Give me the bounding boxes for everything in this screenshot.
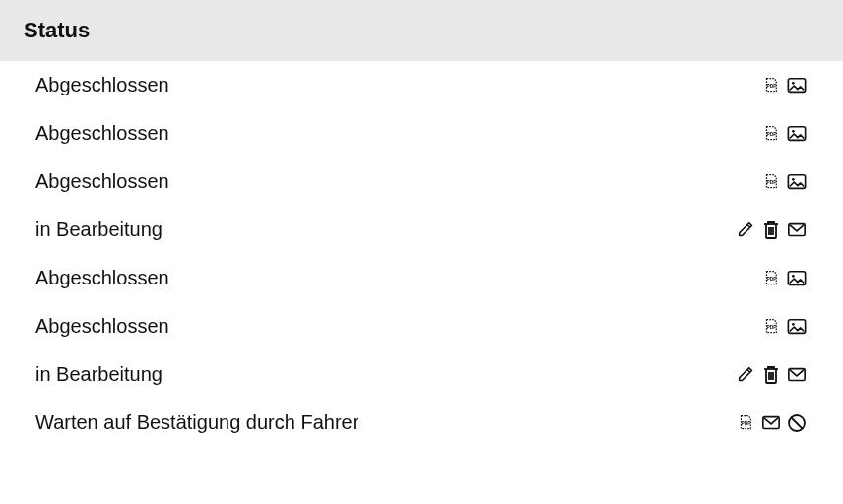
image-icon[interactable] [786,269,808,288]
table-row: in Bearbeitung [0,350,843,399]
status-text: Warten auf Bestätigung durch Fahrer [35,411,358,434]
pdf-icon[interactable] [764,172,782,192]
table-row: Abgeschlossen [0,254,843,302]
image-icon[interactable] [786,172,808,192]
status-text: Abgeschlossen [35,170,169,193]
image-icon[interactable] [786,76,808,95]
table-row: Warten auf Bestätigung durch Fahrer [0,399,843,447]
status-text: Abgeschlossen [35,74,169,96]
table-row: in Bearbeitung [0,206,843,254]
table-header: Status [0,0,843,61]
envelope-icon[interactable] [760,413,782,433]
image-icon[interactable] [786,317,808,337]
table-row: Abgeschlossen [0,302,843,350]
status-text: Abgeschlossen [35,315,169,338]
column-header-status: Status [24,18,819,43]
trash-icon[interactable] [760,364,782,386]
pdf-icon[interactable] [764,269,782,288]
cancel-icon[interactable] [786,412,808,434]
row-actions [764,172,808,192]
pdf-icon[interactable] [764,76,782,95]
status-text: in Bearbeitung [35,219,162,241]
edit-icon[interactable] [737,365,756,385]
trash-icon[interactable] [760,220,782,241]
pdf-icon[interactable] [764,317,782,337]
row-actions [764,317,808,337]
image-icon[interactable] [786,124,808,144]
status-text: in Bearbeitung [35,363,162,386]
status-text: Abgeschlossen [35,267,169,289]
row-actions [764,269,808,288]
status-text: Abgeschlossen [35,122,169,145]
pdf-icon[interactable] [764,124,782,144]
envelope-icon[interactable] [786,365,808,385]
row-actions [737,220,808,241]
table-row: Abgeschlossen [0,158,843,206]
row-actions [739,412,808,434]
pdf-icon[interactable] [739,413,756,433]
table-row: Abgeschlossen [0,109,843,158]
envelope-icon[interactable] [786,220,808,240]
row-actions [764,76,808,95]
row-actions [737,364,808,386]
table-body: AbgeschlossenAbgeschlossenAbgeschlosseni… [0,61,843,447]
row-actions [764,124,808,144]
table-row: Abgeschlossen [0,61,843,109]
edit-icon[interactable] [737,220,756,240]
